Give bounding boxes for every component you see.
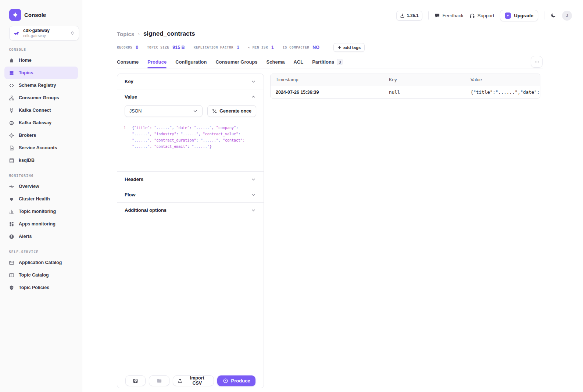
sidebar-item-schema-registry[interactable]: Schema Registry bbox=[4, 79, 78, 92]
sidebar-item-kafka-connect[interactable]: Kafka Connect bbox=[4, 104, 78, 117]
table-row[interactable]: 2024-07-26 15:36:39 null {"title":".....… bbox=[271, 86, 540, 98]
sidebar-item-overview[interactable]: Overview bbox=[4, 180, 78, 193]
headers-section-header[interactable]: Headers bbox=[117, 172, 264, 187]
sidebar-item-topics[interactable]: Topics bbox=[4, 67, 78, 79]
play-circle-icon bbox=[223, 378, 228, 384]
folder-icon bbox=[157, 378, 162, 384]
breadcrumb: Topics › signed_contracts bbox=[117, 30, 195, 38]
tab-partitions[interactable]: Partitions 3 bbox=[312, 56, 343, 68]
col-value: Value bbox=[465, 77, 540, 82]
dark-mode-toggle[interactable] bbox=[550, 13, 556, 18]
download-icon bbox=[400, 13, 405, 18]
divider bbox=[428, 11, 429, 19]
feedback-label: Feedback bbox=[443, 13, 464, 18]
tab-configuration[interactable]: Configuration bbox=[175, 56, 207, 68]
breadcrumb-topics[interactable]: Topics bbox=[117, 31, 134, 37]
avatar[interactable]: J bbox=[562, 11, 572, 21]
value-format-select[interactable]: JSON bbox=[125, 105, 203, 117]
sidebar-item-ksqldb[interactable]: ksqlDB bbox=[4, 154, 78, 167]
records-table-header: Timestamp Key Value bbox=[271, 74, 540, 86]
chat-bubble-icon bbox=[434, 13, 440, 18]
bolt-icon bbox=[505, 13, 511, 19]
chevron-up-icon bbox=[251, 94, 256, 100]
code-brackets-icon bbox=[9, 83, 14, 88]
produce-toolbar: Import CSV Produce bbox=[117, 373, 264, 388]
panel-left-icon bbox=[9, 272, 14, 278]
chevron-down-icon bbox=[251, 79, 256, 84]
sidebar-item-consumer-groups[interactable]: Consumer Groups bbox=[4, 92, 78, 104]
sidebar-item-application-catalog[interactable]: Application Catalog bbox=[4, 256, 78, 269]
import-csv-button[interactable]: Import CSV bbox=[173, 375, 214, 386]
dog-icon bbox=[13, 30, 20, 36]
folder-button[interactable] bbox=[149, 375, 169, 386]
partitions-count-badge: 3 bbox=[337, 59, 343, 65]
version-badge[interactable]: 1.25.1 bbox=[396, 11, 422, 21]
sidebar-section-self-service: SELF-SERVICE bbox=[9, 250, 74, 254]
shield-icon bbox=[9, 285, 14, 291]
chevron-down-icon bbox=[251, 177, 256, 182]
upgrade-button[interactable]: Upgrade bbox=[500, 10, 538, 21]
ellipsis-icon bbox=[534, 59, 540, 65]
value-section-title: Value bbox=[125, 94, 137, 100]
value-format-selected: JSON bbox=[129, 108, 142, 114]
produce-button[interactable]: Produce bbox=[217, 375, 255, 386]
tab-consume[interactable]: Consume bbox=[117, 56, 139, 68]
add-tags-button[interactable]: add tags bbox=[333, 43, 365, 52]
gateway-icon bbox=[9, 120, 14, 126]
sidebar-item-topic-monitoring[interactable]: Topic monitoring bbox=[4, 205, 78, 218]
chevron-down-icon bbox=[251, 192, 256, 197]
sidebar-item-kafka-gateway[interactable]: Kafka Gateway bbox=[4, 117, 78, 129]
sidebar-item-service-accounts[interactable]: Service Accounts bbox=[4, 142, 78, 154]
app-title: Console bbox=[24, 12, 46, 18]
record-key: null bbox=[384, 89, 465, 95]
tab-produce[interactable]: Produce bbox=[147, 56, 167, 68]
sidebar-item-alerts[interactable]: Alerts bbox=[4, 230, 78, 243]
flow-section-header[interactable]: Flow bbox=[117, 187, 264, 202]
more-options-button[interactable] bbox=[531, 56, 543, 68]
save-button[interactable] bbox=[125, 375, 146, 386]
sidebar-item-cluster-health[interactable]: Cluster Health bbox=[4, 193, 78, 205]
generate-once-button[interactable]: Generate once bbox=[207, 105, 256, 117]
tab-schema[interactable]: Schema bbox=[267, 56, 285, 68]
home-icon bbox=[9, 58, 14, 63]
chevrons-up-down-icon bbox=[70, 31, 75, 36]
cluster-selector[interactable]: cdk-gateway cdk-gateway bbox=[9, 26, 79, 40]
breadcrumb-separator: › bbox=[138, 31, 140, 37]
col-timestamp: Timestamp bbox=[271, 77, 384, 82]
tab-acl[interactable]: ACL bbox=[293, 56, 303, 68]
plus-icon bbox=[337, 46, 341, 50]
topic-stats: RECORDS 0 TOPIC SIZE 915 B REPLICATION F… bbox=[117, 43, 365, 52]
sidebar-item-brokers[interactable]: Brokers bbox=[4, 129, 78, 142]
columns-icon bbox=[9, 221, 14, 227]
record-value: {"title":"......","date":"_ bbox=[465, 89, 540, 95]
app-logo[interactable] bbox=[9, 9, 21, 21]
sidebar-item-apps-monitoring[interactable]: Apps monitoring bbox=[4, 218, 78, 230]
produce-panel: Key Value JSON Generate once 1 {"title":… bbox=[117, 74, 264, 388]
upgrade-label: Upgrade bbox=[514, 13, 533, 18]
key-section-header[interactable]: Key bbox=[117, 74, 264, 89]
additional-options-section-header[interactable]: Additional options bbox=[117, 203, 264, 218]
plug-icon bbox=[9, 108, 14, 113]
code-content: {"title": "......", "date": "......", "c… bbox=[132, 125, 259, 171]
sidebar-item-topic-catalog[interactable]: Topic Catalog bbox=[4, 269, 78, 281]
sidebar-section-console: CONSOLE bbox=[9, 47, 74, 51]
headers-section-title: Headers bbox=[125, 177, 143, 182]
file-lock-icon bbox=[9, 145, 14, 151]
value-controls: JSON Generate once bbox=[117, 104, 264, 122]
value-editor[interactable]: 1 {"title": "......", "date": "......", … bbox=[117, 122, 264, 171]
version-label: 1.25.1 bbox=[407, 13, 419, 18]
tools-icon bbox=[212, 109, 217, 114]
chevron-down-icon bbox=[251, 207, 256, 213]
headphones-icon bbox=[469, 13, 475, 18]
stat-min-isr: < MIN ISR 1 bbox=[248, 45, 274, 50]
import-csv-label: Import CSV bbox=[185, 375, 209, 386]
activity-icon bbox=[9, 184, 14, 189]
tab-consumer-groups[interactable]: Consumer Groups bbox=[215, 56, 257, 68]
support-button[interactable]: Support bbox=[469, 13, 494, 18]
feedback-button[interactable]: Feedback bbox=[434, 13, 464, 18]
value-section-header[interactable]: Value bbox=[117, 89, 264, 104]
record-timestamp: 2024-07-26 15:36:39 bbox=[271, 90, 384, 95]
sidebar-item-topic-policies[interactable]: Topic Policies bbox=[4, 281, 78, 294]
cluster-subtitle: cdk-gateway bbox=[23, 33, 67, 38]
sidebar-item-home[interactable]: Home bbox=[4, 54, 78, 67]
